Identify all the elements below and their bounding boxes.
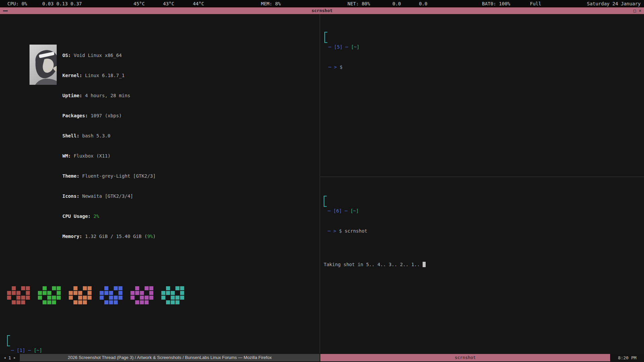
palette-cell [21, 300, 25, 304]
taskbar: ◂ 1 ▸ 2026 Screenshot Thread (Page 3) / … [0, 353, 644, 362]
palette-cell [166, 300, 170, 304]
fetch-uptime-label: Uptime: [62, 93, 82, 98]
fetch-image [7, 38, 57, 85]
terminal-pane-5[interactable]: ─ [5] ─ [~] ─ > $ [320, 14, 644, 177]
palette-row [38, 290, 61, 295]
statusbar-cpu: CPU: 0% [7, 0, 27, 7]
palette-cell [175, 300, 179, 304]
workspace-pager: ◂ 1 ▸ [0, 355, 19, 360]
fetch-memory-label: Memory: [62, 234, 82, 239]
task-button-firefox[interactable]: 2026 Screenshot Thread (Page 3) / Artwor… [20, 354, 320, 361]
palette-cell [43, 300, 47, 304]
statusbar-load: 0.03 0.13 0.37 [42, 0, 82, 7]
fetch-icons-value: Newaita [GTK2/3/4] [82, 193, 133, 199]
terminal-pane-1[interactable]: OS: Void Linux x86_64 Kernel: Linux 6.18… [0, 14, 320, 353]
palette-cell [171, 300, 175, 304]
palette-row [130, 285, 154, 290]
palette-cell [161, 300, 165, 304]
fetch-memory-percent: 9% [147, 234, 153, 239]
fetch-theme-value: Fluent-grey-Light [GTK2/3] [82, 173, 156, 179]
palette-cell [100, 300, 104, 304]
palette-row [100, 295, 123, 299]
palette-row [161, 299, 185, 304]
terminal-pane-6[interactable]: ─ [6] ─ [~] ─ > $ scrnshot Taking shot i… [320, 177, 644, 353]
palette-cell [145, 300, 149, 304]
maximize-icon[interactable]: □ [633, 7, 636, 14]
fetch-info: OS: Void Linux x86_64 Kernel: Linux 6.18… [62, 38, 156, 253]
prompt-line-2: ─ > $ scrnshot [328, 228, 644, 234]
command-text: scrnshot [342, 228, 367, 234]
workspace-number[interactable]: 1 [8, 355, 11, 360]
fetch-cpu-label: CPU Usage: [62, 214, 91, 219]
palette-cell [114, 300, 118, 304]
palette-row [69, 290, 92, 295]
palette-cell [109, 300, 113, 304]
palette-row [161, 295, 185, 299]
fetch-memory-value: 1.32 GiB / 15.40 GiB ( [85, 234, 147, 239]
prompt-line-1: ─ [5] ─ [~] [328, 44, 644, 50]
palette-row [7, 290, 31, 295]
palette-cell [73, 300, 77, 304]
desktop: CPU: 0% 0.03 0.13 0.37 45°C 43°C 44°C ME… [0, 0, 644, 362]
statusbar-battery: BAT0: 100% [482, 0, 510, 7]
fetch-icons-label: Icons: [62, 193, 79, 199]
statusbar-temp-2: 43°C [163, 0, 174, 7]
palette-row [130, 295, 154, 299]
statusbar-net-up: 0.0 [419, 0, 427, 7]
fetch-wm-value: Fluxbox (X11) [74, 153, 111, 159]
palette-cell [57, 300, 61, 304]
palette-cell [7, 300, 11, 304]
palette-row [161, 290, 185, 295]
statusbar-temp-1: 45°C [133, 0, 145, 7]
palette-swatch-5 [161, 285, 185, 304]
palette-row [130, 290, 154, 295]
command-output: Taking shot in 5.. 4.. 3.. 2.. 1.. [324, 261, 644, 268]
fetch-shell-label: Shell: [62, 133, 79, 138]
palette-row [69, 295, 92, 299]
statusbar-date: Saturday 24 January [587, 0, 641, 7]
fetch-cpu-value: 2% [94, 214, 99, 219]
palette-cell [118, 300, 122, 304]
task-button-firefox-label: 2026 Screenshot Thread (Page 3) / Artwor… [68, 355, 272, 360]
statusbar-temp-3: 44°C [193, 0, 204, 7]
fetch-os-value [71, 53, 73, 58]
shell-prompt-6: ─ [6] ─ [~] ─ > $ scrnshot [324, 194, 644, 248]
statusbar-net-down: 0.0 [392, 0, 401, 7]
palette-cell [140, 300, 144, 304]
palette-cell [52, 300, 56, 304]
prompt-line-2: ─ > $ [328, 64, 644, 70]
palette-cell [135, 300, 139, 304]
palette-cell [130, 300, 135, 304]
fetch-packages-value: 1097 (xbps) [91, 113, 122, 118]
terminal-cursor [423, 262, 426, 267]
task-button-scrnshot-label: scrnshot [455, 355, 476, 360]
palette-row [69, 285, 92, 290]
palette-row [38, 285, 61, 290]
palette-row [38, 299, 61, 304]
close-icon[interactable]: ✕ [639, 7, 641, 14]
window-title: scrnshot [0, 7, 644, 14]
palette-row [7, 295, 31, 299]
palette-row [69, 299, 92, 304]
task-button-scrnshot[interactable]: scrnshot [320, 354, 610, 361]
palette-row [130, 299, 154, 304]
fetch-output: OS: Void Linux x86_64 Kernel: Linux 6.18… [7, 38, 320, 253]
prompt-line-1: ─ [1] ─ [~] [11, 347, 320, 354]
palette-row [100, 285, 123, 290]
palette-cell [16, 300, 20, 304]
palette-swatch-2 [69, 285, 92, 304]
palette-cell [104, 300, 108, 304]
palette-cell [26, 300, 30, 304]
workspace-prev-icon[interactable]: ◂ [4, 355, 6, 360]
palette-cell [88, 300, 92, 304]
fetch-wm-label: WM: [62, 153, 71, 159]
fetch-os-label: OS: [62, 53, 71, 58]
prompt-symbol: $ [340, 64, 342, 70]
workspace-next-icon[interactable]: ▸ [13, 355, 16, 360]
palette-cell [12, 300, 16, 304]
fetch-kernel-label: Kernel: [62, 73, 82, 78]
palette-cell [149, 300, 153, 304]
palette-cell [78, 300, 82, 304]
fetch-uptime-value: 4 hours, 28 mins [85, 93, 130, 98]
window-titlebar[interactable]: scrnshot □ ✕ [0, 7, 644, 14]
